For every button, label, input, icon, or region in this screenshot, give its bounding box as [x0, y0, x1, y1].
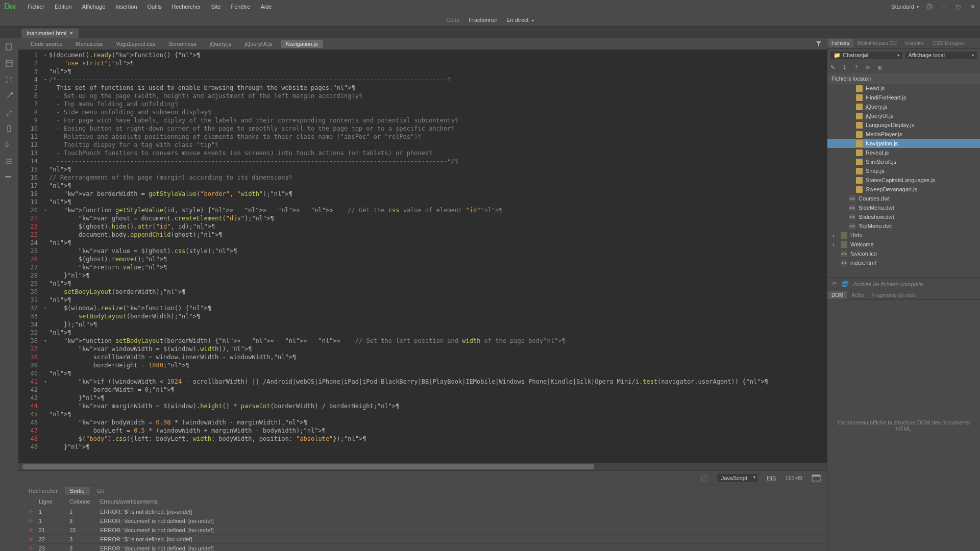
output-row[interactable]: ⊘2115ERROR: 'document' is not defined. [… [18, 525, 827, 534]
sync-icon[interactable]: ⟳ [866, 64, 870, 71]
right-tab[interactable]: Bibliothèques CC [853, 39, 901, 47]
output-row[interactable]: ⊘223ERROR: '$' is not defined. [no-undef… [18, 534, 827, 543]
link-icon[interactable]: ⇣ [842, 64, 847, 71]
document-tab[interactable]: Inanimated.html ✕ [21, 29, 79, 38]
output-row[interactable]: ⊘13ERROR: 'document' is not defined. [no… [18, 516, 827, 525]
svg-line-10 [702, 476, 706, 480]
menu-rechercher[interactable]: Rechercher [167, 2, 206, 12]
source-tab[interactable]: Navigation.js [281, 40, 323, 48]
sync-settings-icon[interactable] [926, 3, 933, 10]
more-icon[interactable]: ••• [5, 173, 13, 182]
error-icon: ⊘ [29, 536, 39, 542]
source-tab[interactable]: Screen.css [163, 40, 201, 48]
dom-tab[interactable]: Actifs [847, 291, 868, 299]
menu-insertion[interactable]: Insertion [110, 2, 142, 12]
col-message: Erreurs/avertissements [100, 498, 158, 505]
tree-item[interactable]: StatesCapitalsLanguages.js [827, 176, 980, 185]
error-icon: ⊘ [29, 509, 39, 514]
col-column: Colonne [69, 498, 100, 505]
globe-icon[interactable]: 🌐 [841, 281, 848, 287]
code-nav-icon[interactable]: {} [5, 141, 13, 149]
code-content[interactable]: $(document).ready("kw">function() {"nl">… [49, 50, 827, 463]
menu-outils[interactable]: Outils [142, 2, 167, 12]
output-panel: RechercherSortieGit Ligne Colonne Erreur… [18, 485, 827, 551]
tree-item[interactable]: SweepDevanagari.js [827, 185, 980, 194]
download-icon[interactable]: ⇡ [854, 64, 859, 71]
horizontal-scrollbar[interactable] [18, 463, 827, 470]
workspace-selector[interactable]: Standard ▾ [891, 4, 919, 10]
menu-site[interactable]: Site [206, 2, 226, 12]
source-tab[interactable]: Code source [26, 40, 67, 48]
output-tab[interactable]: Git [92, 487, 109, 495]
fold-gutter[interactable]: ▾▾▾▾▾▾ [42, 50, 49, 463]
view-selector[interactable]: Affichage local [905, 52, 977, 59]
settings-icon[interactable] [5, 157, 13, 165]
tree-item[interactable]: SlimScroll.js [827, 157, 980, 166]
tree-item[interactable]: Snap.js [827, 166, 980, 176]
tree-item[interactable]: HindiForHeart.js [827, 93, 980, 102]
tree-item[interactable]: </>Courses.dwt [827, 194, 980, 203]
error-icon: ⊘ [29, 527, 39, 533]
live-view-icon[interactable] [5, 59, 13, 67]
output-header: Ligne Colonne Erreurs/avertissements [18, 496, 827, 507]
menu-aide[interactable]: Aide [255, 2, 277, 12]
dom-tab[interactable]: Fragments de code [868, 291, 920, 299]
expand-all-icon[interactable]: ⊞ [877, 64, 882, 71]
close-icon[interactable]: ✕ [969, 3, 976, 10]
output-tab[interactable]: Sortie [65, 487, 90, 495]
tree-item[interactable]: </>TopMenu.dwt [827, 221, 980, 231]
edit-icon[interactable]: ✎ [830, 64, 835, 71]
tree-item[interactable]: MediaPlayer.js [827, 130, 980, 139]
tree-item[interactable]: Navigation.js [827, 139, 980, 148]
view-live[interactable]: En direct ▾ [506, 17, 534, 23]
refresh-icon[interactable]: ⟳ [831, 281, 836, 287]
dom-tab[interactable]: DOM [827, 291, 847, 299]
document-tabs: Inanimated.html ✕ [0, 27, 980, 38]
close-tab-icon[interactable]: ✕ [69, 31, 74, 36]
minimize-icon[interactable]: ─ [940, 3, 947, 10]
tree-item[interactable]: Head.js [827, 84, 980, 93]
right-tab[interactable]: Insertion [901, 39, 928, 47]
menu-fenêtre[interactable]: Fenêtre [226, 2, 255, 12]
maximize-icon[interactable]: ▢ [954, 3, 962, 10]
tree-item[interactable]: </>Slideshow.dwt [827, 212, 980, 221]
source-tab[interactable]: jQuery.js [205, 40, 237, 48]
view-code[interactable]: Code [446, 17, 459, 23]
output-row[interactable]: ⊘233ERROR: 'document' is not defined. [n… [18, 543, 827, 551]
file-mgmt-icon[interactable] [5, 43, 13, 51]
output-tab[interactable]: Rechercher [23, 487, 63, 495]
menubar-left: Dw FichierÉditionAffichageInsertionOutil… [4, 2, 277, 12]
tree-item[interactable]: ›Urdu [827, 231, 980, 240]
preview-icon[interactable] [812, 474, 821, 482]
tree-item[interactable]: </>index.html [827, 258, 980, 267]
tree-item[interactable]: ›Welcome [827, 240, 980, 249]
filter-icon[interactable] [816, 41, 822, 47]
tree-item[interactable]: Reveal.js [827, 148, 980, 157]
menu-édition[interactable]: Édition [50, 2, 77, 12]
right-tab[interactable]: CSS Designer [929, 39, 969, 47]
view-split[interactable]: Fractionner [469, 17, 498, 23]
tree-item[interactable]: </>favicon.ico [827, 249, 980, 258]
code-editor[interactable]: 1234567891011121314151617181920212223242… [18, 50, 827, 463]
source-tab[interactable]: Menus.css [70, 40, 108, 48]
output-row[interactable]: ⊘11ERROR: '$' is not defined. [no-undef] [18, 507, 827, 516]
menu-affichage[interactable]: Affichage [77, 2, 111, 12]
expand-icon[interactable] [5, 76, 13, 84]
language-selector[interactable]: JavaScript [717, 474, 757, 482]
insert-mode[interactable]: INS [767, 475, 776, 481]
menu-fichier[interactable]: Fichier [22, 2, 50, 12]
site-selector[interactable]: 📁 Chatranjali [830, 52, 902, 59]
source-tab[interactable]: YogaLayout.css [111, 40, 160, 48]
source-tab[interactable]: jQueryUI.js [239, 40, 277, 48]
wand-icon[interactable] [5, 92, 13, 100]
right-tab[interactable]: Fichiers [827, 39, 853, 47]
phone-icon[interactable] [5, 124, 13, 133]
error-indicator-icon[interactable] [701, 474, 708, 482]
tree-item[interactable]: jQuery.js [827, 102, 980, 111]
line-number-gutter: 1234567891011121314151617181920212223242… [18, 50, 42, 463]
tree-item[interactable]: </>SideMenu.dwt [827, 203, 980, 212]
tree-item[interactable]: LanguageDisplay.js [827, 120, 980, 130]
edit-icon[interactable] [5, 108, 13, 116]
tree-item[interactable]: jQueryUI.js [827, 111, 980, 120]
file-tree[interactable]: Head.jsHindiForHeart.jsjQuery.jsjQueryUI… [827, 84, 980, 278]
